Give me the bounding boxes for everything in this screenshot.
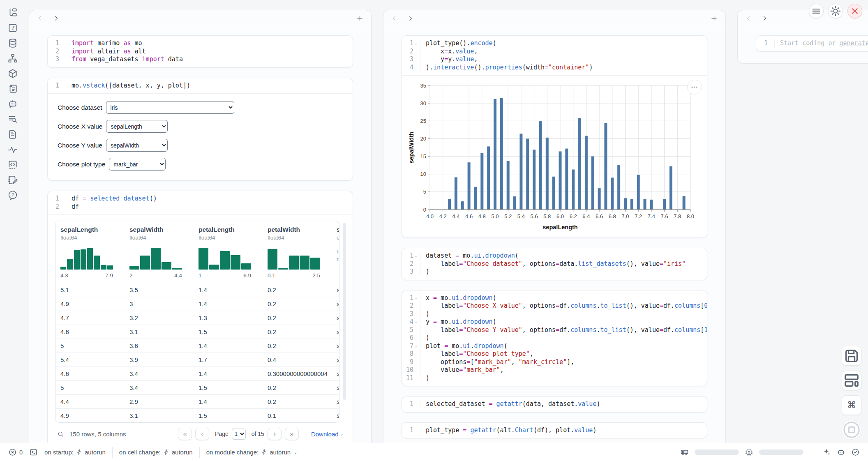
- scroll-right-button[interactable]: [407, 15, 414, 22]
- table-column-header[interactable]: speciobjecuniqunulls:: [332, 221, 339, 283]
- table-column-header[interactable]: sepalWidthfloat6424.4: [125, 221, 194, 283]
- dropdown-3[interactable]: mark_bar: [109, 158, 166, 171]
- last-page-button[interactable]: »: [285, 428, 299, 440]
- dropdown-0[interactable]: iris: [106, 101, 234, 114]
- histogram-bar: [268, 249, 277, 270]
- sidebar-activity-pulse-button[interactable]: [7, 144, 18, 155]
- first-page-button[interactable]: «: [178, 428, 192, 440]
- sidebar-function-square-button[interactable]: f: [7, 23, 18, 33]
- line-number: 3: [48, 55, 59, 64]
- pagination: «‹Page1of 15›»: [178, 428, 299, 440]
- table-column-header[interactable]: sepalLengthfloat644.37.9: [55, 221, 125, 283]
- sidebar-scroll-script-button[interactable]: [7, 83, 18, 94]
- memory-icon: [680, 448, 689, 456]
- connection-status-icon[interactable]: [851, 448, 860, 456]
- shortcuts-button[interactable]: ⌘: [842, 395, 861, 415]
- sidebar-file-tree-button[interactable]: [7, 7, 18, 18]
- code-editor[interactable]: 12df = selected_dataset()df: [48, 191, 353, 214]
- sidebar-logs-search-button[interactable]: [7, 114, 18, 124]
- vega-bar-chart[interactable]: 4.04.24.44.64.85.05.25.45.65.86.06.26.46…: [408, 81, 701, 235]
- gear-icon: [829, 4, 843, 18]
- histogram-range: 16.9: [199, 272, 251, 279]
- errors-icon[interactable]: [8, 448, 17, 456]
- page-select[interactable]: 1: [232, 429, 246, 440]
- dropdown-2[interactable]: sepalWidth: [106, 139, 168, 152]
- table-cell: 1.5: [194, 381, 263, 394]
- code-line: label="Choose dataset", options=data.lis…: [426, 260, 707, 268]
- table-cell: 3.1: [125, 409, 194, 422]
- control-row: Choose X valuesepalLength: [58, 120, 343, 133]
- divider: [199, 447, 200, 458]
- table-column-header[interactable]: petalLengthfloat6416.9: [194, 221, 263, 283]
- column-histogram: [199, 247, 251, 270]
- run-mode-value: autorun: [85, 449, 106, 456]
- close-button[interactable]: [847, 4, 862, 18]
- page-count-label: of 15: [252, 431, 264, 437]
- scroll-right-button[interactable]: [761, 15, 768, 22]
- error-count: 0: [19, 449, 23, 456]
- menu-icon: [809, 4, 823, 18]
- histogram-bar: [162, 262, 171, 270]
- dropdown-1[interactable]: sepalLength: [106, 120, 168, 133]
- sidebar-document-button[interactable]: [7, 129, 18, 140]
- code-placeholder[interactable]: Start coding or generate with: [780, 39, 868, 48]
- table-cell: 2.9: [125, 395, 194, 408]
- run-mode-label: on startup:: [44, 449, 74, 456]
- sidebar-chat-bot-button[interactable]: [7, 99, 18, 109]
- run-mode-1[interactable]: on startup:autorun: [44, 449, 106, 456]
- placeholder-text: Start coding or: [780, 39, 840, 47]
- svg-text:5.4: 5.4: [517, 213, 525, 219]
- scroll-left-button[interactable]: [745, 15, 752, 22]
- svg-text:6.4: 6.4: [582, 213, 590, 219]
- code-editor[interactable]: 1⌄234⌄567⌄891011x = mo.ui.dropdown( labe…: [402, 290, 707, 386]
- code-line: y=y.value,: [426, 55, 707, 64]
- chart-menu-button[interactable]: •••: [687, 80, 702, 95]
- add-cell-button[interactable]: [710, 14, 718, 22]
- svg-text:7.4: 7.4: [648, 213, 655, 219]
- fold-marker-icon: ⌄: [413, 39, 418, 48]
- copilot-icon[interactable]: [837, 448, 845, 456]
- table-scrollbar[interactable]: [343, 223, 346, 400]
- code-line: value="mark_bar",: [426, 366, 707, 374]
- sidebar-notebook-edit-button[interactable]: [7, 175, 18, 185]
- code-editor[interactable]: 1plot_type = getattr(alt.Chart(df), plot…: [402, 423, 707, 438]
- code-editor[interactable]: 1selected_dataset = getattr(data, datase…: [402, 396, 707, 412]
- code-line: label="Choose plot type",: [426, 350, 707, 358]
- sidebar-dependency-graph-button[interactable]: [7, 53, 18, 64]
- scroll-left-button[interactable]: [391, 15, 398, 22]
- table-column-header[interactable]: petalWidthfloat640.12.5: [263, 221, 332, 283]
- sidebar-database-button[interactable]: [7, 38, 18, 48]
- layout-button[interactable]: [842, 371, 861, 390]
- save-button[interactable]: [842, 346, 861, 366]
- table-row: 5.13.51.40.2setos: [55, 283, 339, 297]
- sidebar-code-snippet-button[interactable]: [7, 159, 18, 170]
- code-editor[interactable]: 1⌄234plot_type().encode( x=x.value, y=y.…: [402, 36, 707, 75]
- cpu-icon: [745, 448, 753, 456]
- sidebar-help-circle-button[interactable]: ?: [7, 190, 18, 201]
- scroll-right-button[interactable]: [53, 15, 60, 22]
- generate-link[interactable]: generate: [840, 39, 868, 47]
- ai-sparkles-icon[interactable]: [822, 448, 831, 456]
- next-page-button[interactable]: ›: [268, 428, 282, 440]
- file-tree-icon: [7, 7, 18, 18]
- chat-bot-icon: [7, 99, 18, 109]
- terminal-icon[interactable]: [29, 448, 38, 456]
- add-cell-button[interactable]: [356, 14, 364, 22]
- run-mode-3[interactable]: on module change:autorun⌄: [206, 449, 298, 456]
- settings-button[interactable]: [828, 4, 843, 18]
- download-link[interactable]: Download⌄: [311, 431, 344, 438]
- stop-button[interactable]: [842, 420, 861, 440]
- menu-button[interactable]: [809, 4, 824, 18]
- previous-page-button[interactable]: ‹: [195, 428, 209, 440]
- code-editor[interactable]: 1mo.vstack([dataset, x, y, plot]): [48, 78, 353, 94]
- scroll-left-button[interactable]: [37, 15, 44, 22]
- code-editor[interactable]: 123import marimo as moimport altair as a…: [48, 36, 353, 67]
- run-mode-2[interactable]: on cell change:autorun: [119, 449, 193, 456]
- sidebar-package-cube-button[interactable]: [7, 68, 18, 79]
- code-editor[interactable]: 1⌄23dataset = mo.ui.dropdown( label="Cho…: [402, 248, 707, 280]
- search-icon[interactable]: [57, 430, 65, 438]
- run-mode-label: on module change:: [206, 449, 259, 456]
- dropdown-label: Choose plot type: [58, 161, 105, 168]
- chevron-left-icon: [37, 15, 44, 22]
- notebook-edit-icon: [7, 175, 18, 185]
